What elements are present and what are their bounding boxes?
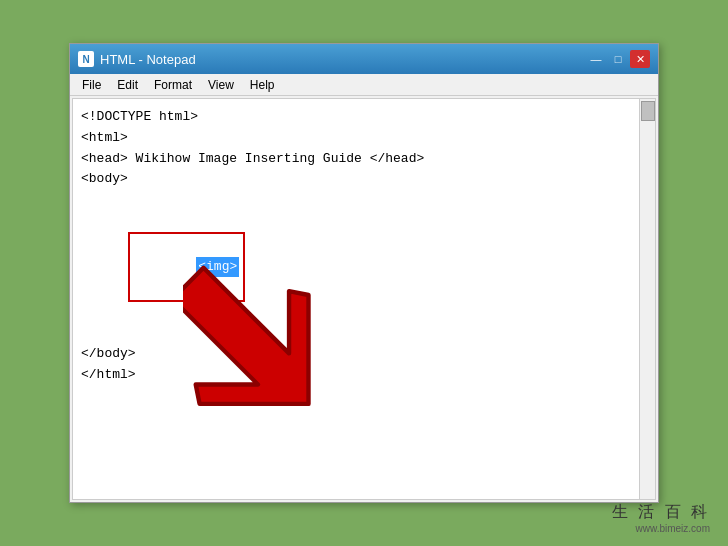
watermark-chinese: 生 活 百 科 — [612, 502, 710, 523]
menu-edit[interactable]: Edit — [109, 74, 146, 95]
watermark-url: www.bimeiz.com — [612, 523, 710, 534]
code-line-7: </body> — [81, 344, 647, 365]
menu-format[interactable]: Format — [146, 74, 200, 95]
img-tag: <img> — [196, 257, 239, 278]
code-line-5 — [81, 190, 647, 211]
editor-area[interactable]: <!DOCTYPE html> <html> <head> Wikihow Im… — [72, 98, 656, 500]
code-line-3: <head> Wikihow Image Inserting Guide </h… — [81, 149, 647, 170]
code-line-1: <!DOCTYPE html> — [81, 107, 647, 128]
maximize-button[interactable]: □ — [608, 50, 628, 68]
title-bar: N HTML - Notepad — □ ✕ — [70, 44, 658, 74]
code-line-6 — [81, 323, 647, 344]
code-line-4: <body> — [81, 169, 647, 190]
code-line-2: <html> — [81, 128, 647, 149]
scrollbar-thumb[interactable] — [641, 101, 655, 121]
close-button[interactable]: ✕ — [630, 50, 650, 68]
code-line-highlighted: <img> — [81, 211, 647, 323]
img-tag-highlight: <img> — [128, 232, 245, 302]
menu-help[interactable]: Help — [242, 74, 283, 95]
title-bar-left: N HTML - Notepad — [78, 51, 196, 67]
code-line-8: </html> — [81, 365, 647, 386]
menu-bar: File Edit Format View Help — [70, 74, 658, 96]
menu-view[interactable]: View — [200, 74, 242, 95]
window-controls: — □ ✕ — [586, 50, 650, 68]
minimize-button[interactable]: — — [586, 50, 606, 68]
notepad-window: N HTML - Notepad — □ ✕ File Edit Format … — [69, 43, 659, 503]
watermark: 生 活 百 科 www.bimeiz.com — [612, 502, 710, 534]
scrollbar[interactable] — [639, 99, 655, 499]
window-title: HTML - Notepad — [100, 52, 196, 67]
menu-file[interactable]: File — [74, 74, 109, 95]
notepad-icon: N — [78, 51, 94, 67]
